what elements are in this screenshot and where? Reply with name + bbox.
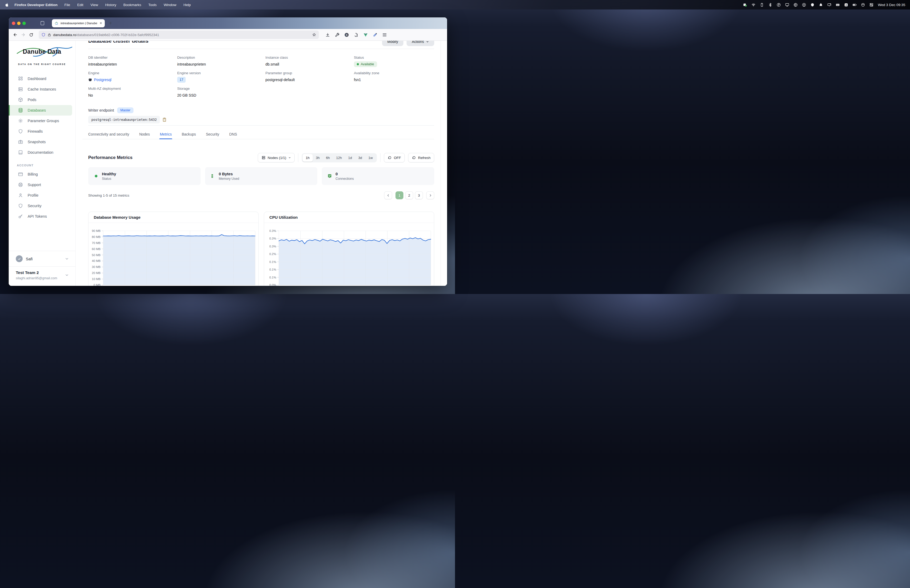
- tab-item[interactable]: Connectivity and security: [88, 129, 129, 139]
- time-range-option[interactable]: 1d: [345, 154, 355, 162]
- pagination-prev-button[interactable]: [384, 191, 392, 199]
- auto-refresh-toggle[interactable]: OFF: [384, 153, 405, 162]
- tab-item[interactable]: Backups: [182, 129, 196, 139]
- eyedropper-icon[interactable]: [373, 32, 378, 37]
- writer-endpoint-label: Writer endpoint: [88, 108, 114, 112]
- user-avatar: [16, 255, 23, 262]
- close-window-button[interactable]: [12, 22, 15, 25]
- green-dot-icon: [94, 173, 99, 179]
- refresh-button[interactable]: Refresh: [408, 153, 434, 162]
- tab-item[interactable]: Metrics: [160, 129, 172, 139]
- url-bar[interactable]: danubedata.ro/databases/019ab6d2-c006-70…: [39, 31, 319, 39]
- cache-instances-icon: [18, 87, 23, 92]
- svg-text:70 MB: 70 MB: [92, 241, 101, 244]
- back-button-icon[interactable]: [11, 31, 19, 39]
- user-name: Safi: [26, 257, 61, 261]
- time-range-option[interactable]: 1h: [302, 154, 312, 162]
- forward-button-icon[interactable]: [19, 31, 27, 39]
- menu-item[interactable]: History: [105, 3, 116, 7]
- menu-item[interactable]: Edit: [77, 3, 83, 7]
- pagination-next-button[interactable]: [426, 191, 434, 199]
- sidebar-item[interactable]: Parameter Groups: [9, 116, 72, 126]
- sidebar-item[interactable]: Security: [9, 200, 72, 211]
- chevron-down-icon: [65, 273, 69, 277]
- sidebar-item[interactable]: API Tokens: [9, 211, 72, 221]
- sidebar-item-label: Cache Instances: [27, 87, 56, 91]
- developer-tools-wrench-icon[interactable]: [335, 32, 339, 37]
- chart-card: Database Memory Usage 90 MB80 MB70 MB60 …: [88, 212, 259, 286]
- menu-app-name[interactable]: Firefox Developer Edition: [15, 3, 58, 7]
- bookmark-star-icon[interactable]: [312, 32, 316, 37]
- pagination-page-button[interactable]: 2: [405, 191, 413, 199]
- menu-item[interactable]: View: [91, 3, 98, 7]
- svg-text:40 MB: 40 MB: [92, 259, 101, 262]
- sidebar-item[interactable]: Support: [9, 179, 72, 190]
- connections-check-icon: [327, 173, 332, 179]
- url-path: /databases/019ab6d2-c006-702f-b32e-5afcf…: [76, 33, 159, 37]
- menu-item[interactable]: File: [65, 3, 70, 7]
- https-lock-icon[interactable]: [47, 33, 51, 37]
- user-switcher[interactable]: Safi: [9, 251, 75, 267]
- tab-item[interactable]: Security: [206, 129, 219, 139]
- downloads-icon[interactable]: [325, 32, 330, 37]
- sidebar-item[interactable]: Snapshots: [9, 137, 72, 147]
- engine-version-badge: 17: [177, 77, 186, 82]
- nodes-dropdown[interactable]: Nodes (1/1): [258, 153, 295, 162]
- sidebar-item[interactable]: Profile: [9, 190, 72, 200]
- chevron-right-icon: [429, 194, 432, 197]
- apple-logo-icon[interactable]: [5, 3, 9, 7]
- vue-devtools-icon[interactable]: [363, 32, 368, 37]
- menu-item[interactable]: Window: [164, 3, 176, 7]
- sidebar-item[interactable]: Databases: [9, 105, 72, 116]
- new-tab-button[interactable]: +: [109, 20, 112, 26]
- menu-item[interactable]: Bookmarks: [123, 3, 141, 7]
- master-badge: Master: [117, 107, 134, 113]
- sidebar-item-label: Profile: [27, 193, 39, 197]
- metric-charts: Database Memory Usage 90 MB80 MB70 MB60 …: [88, 212, 434, 286]
- sidebar-item[interactable]: Pods: [9, 94, 72, 105]
- time-range-option[interactable]: 3d: [355, 154, 365, 162]
- pagination-page-button[interactable]: 1: [396, 191, 403, 199]
- menu-item[interactable]: Help: [184, 3, 191, 7]
- sidebar-nav: Dashboard Cache Instances Pods D: [9, 73, 75, 158]
- browser-tab[interactable]: intreabaunprieten | DanubeData ✕: [52, 19, 105, 27]
- sidebar-item[interactable]: Cache Instances: [9, 84, 72, 94]
- status-card-subtitle: Connections: [335, 177, 354, 181]
- sidebar-item[interactable]: Documentation: [9, 147, 72, 158]
- svg-text:60 MB: 60 MB: [92, 247, 101, 250]
- sidebar-item[interactable]: Dashboard: [9, 73, 72, 84]
- tab-item[interactable]: DNS: [230, 129, 237, 139]
- hamburger-menu-icon[interactable]: [382, 32, 387, 37]
- modify-button[interactable]: Modify: [382, 41, 403, 46]
- time-range-option[interactable]: 12h: [333, 154, 345, 162]
- time-range-option[interactable]: 1w: [365, 154, 376, 162]
- minimize-window-button[interactable]: [17, 22, 21, 25]
- team-switcher[interactable]: Test Team 2 silaghi.adrian95@gmail.com: [9, 267, 75, 286]
- reload-button-icon[interactable]: [27, 31, 35, 39]
- tab-close-button[interactable]: ✕: [100, 21, 102, 25]
- actions-button[interactable]: Actions: [407, 41, 434, 46]
- svg-text:0.3%: 0.3%: [269, 237, 276, 240]
- time-range-option[interactable]: 6h: [323, 154, 333, 162]
- s-extension-icon[interactable]: S: [344, 32, 349, 37]
- sidebar-item[interactable]: Billing: [9, 169, 72, 179]
- copy-clipboard-icon[interactable]: [162, 117, 166, 122]
- engine-link[interactable]: Postgresql: [88, 78, 112, 82]
- documentation-icon: [18, 150, 23, 155]
- detail-field: Engine Postgresql: [88, 71, 177, 82]
- extension-puzzle-icon[interactable]: [354, 32, 359, 37]
- sidebar-bottom: Safi Test Team 2 silaghi.adrian95@gmail.…: [9, 251, 75, 286]
- nodes-dropdown-label: Nodes (1/1): [268, 156, 286, 160]
- sidebar-toggle-icon[interactable]: [40, 21, 45, 26]
- chart-card: CPU Utilization 0.3%0.3%0.3%0.2%0.1%0.1%…: [264, 212, 434, 286]
- url-text[interactable]: danubedata.ro/databases/019ab6d2-c006-70…: [53, 33, 310, 37]
- tab-item[interactable]: Nodes: [139, 129, 150, 139]
- tracking-protection-shield-icon[interactable]: [41, 32, 45, 37]
- time-range-option[interactable]: 3h: [313, 154, 323, 162]
- sidebar-item[interactable]: Firewalls: [9, 126, 72, 137]
- detail-label: Storage: [177, 87, 265, 90]
- menu-item[interactable]: Tools: [148, 3, 157, 7]
- pagination-page-button[interactable]: 3: [415, 191, 423, 199]
- chevron-down-icon: [426, 41, 429, 43]
- zoom-window-button[interactable]: [23, 22, 26, 25]
